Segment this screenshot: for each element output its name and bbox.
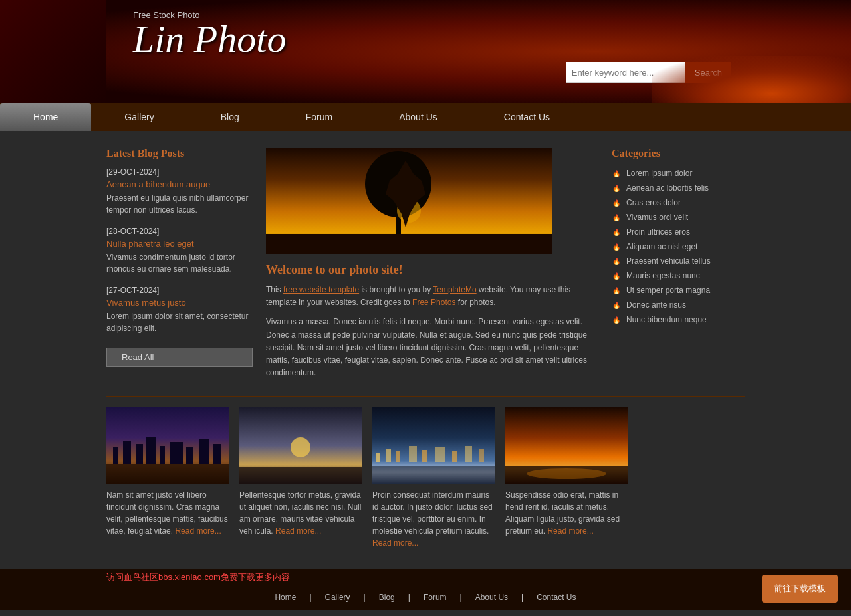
svg-rect-24 <box>422 450 427 462</box>
svg-rect-28 <box>479 449 484 462</box>
welcome-title: Welcome to our photo site! <box>266 263 598 277</box>
blog-sidebar: Latest Blog Posts [29-OCT-2024] Aenean a… <box>106 148 253 386</box>
flame-icon-11: 🔥 <box>612 315 621 324</box>
welcome-text: Vivamus a massa. Donec iaculis felis id … <box>266 316 598 379</box>
footer-home[interactable]: Home <box>275 593 296 602</box>
logo-title: Lin Photo <box>133 20 286 58</box>
flame-icon-7: 🔥 <box>612 257 621 266</box>
nav-contact[interactable]: Contact Us <box>471 103 583 131</box>
category-1-label: Lorem ipsum dolor <box>626 169 692 178</box>
gallery-photo-2 <box>239 407 362 484</box>
svg-point-3 <box>365 151 431 217</box>
welcome-intro: This free website template is brought to… <box>266 284 598 309</box>
category-9[interactable]: 🔥 Ut semper porta magna <box>612 286 745 295</box>
blog-heading: Latest Blog Posts <box>106 148 253 159</box>
gallery-readmore-2[interactable]: Read more... <box>275 526 321 536</box>
footer-contact[interactable]: Contact Us <box>537 593 576 602</box>
category-4-label: Vivamus orci velit <box>626 213 688 222</box>
footer-forum[interactable]: Forum <box>424 593 447 602</box>
logo-area: Free Stock Photo Lin Photo <box>133 10 286 58</box>
templatemo-link[interactable]: TemplateMo <box>433 285 476 294</box>
header: Free Stock Photo Lin Photo Search <box>0 0 851 103</box>
footer-links: Home | Gallery | Blog | Forum | About Us… <box>106 593 745 602</box>
flame-icon-3: 🔥 <box>612 198 621 207</box>
nav-home[interactable]: Home <box>0 103 91 131</box>
svg-rect-15 <box>213 444 221 464</box>
svg-rect-22 <box>396 451 400 462</box>
blog-post-2-title[interactable]: Nulla pharetra leo eget <box>106 239 194 249</box>
category-3-label: Cras eros dolor <box>626 198 681 207</box>
category-5-label: Proin ultrices eros <box>626 227 690 237</box>
categories-heading: Categories <box>612 148 745 159</box>
gallery-text-3: Proin consequat interdum mauris id aucto… <box>372 489 495 549</box>
svg-rect-14 <box>199 439 209 464</box>
category-11-label: Nunc bibendum neque <box>626 315 707 324</box>
category-4[interactable]: 🔥 Vivamus orci velit <box>612 213 745 222</box>
svg-rect-7 <box>113 447 118 464</box>
gallery-photo-4 <box>505 407 628 484</box>
nav-about[interactable]: About Us <box>366 103 471 131</box>
category-7[interactable]: 🔥 Praesent vehicula tellus <box>612 257 745 266</box>
blog-post-1-text: Praesent eu ligula quis nibh ullamcorper… <box>106 192 253 216</box>
gallery-item-4: Suspendisse odio erat, mattis in hend re… <box>505 407 628 549</box>
flame-icon-9: 🔥 <box>612 286 621 295</box>
svg-rect-18 <box>239 467 362 484</box>
footer-about[interactable]: About Us <box>475 593 508 602</box>
gallery-row: Nam sit amet justo vel libero tincidunt … <box>106 407 745 549</box>
category-1[interactable]: 🔥 Lorem ipsum dolor <box>612 169 745 178</box>
flame-icon-4: 🔥 <box>612 213 621 222</box>
gallery-readmore-1[interactable]: Read more... <box>175 526 221 536</box>
nav-gallery[interactable]: Gallery <box>91 103 187 131</box>
nav-forum[interactable]: Forum <box>273 103 366 131</box>
flame-icon-6: 🔥 <box>612 242 621 251</box>
blog-post-3-date: [27-OCT-2024] <box>106 286 253 295</box>
category-2-label: Aenean ac lobortis felis <box>626 183 709 193</box>
welcome-body: This free website template is brought to… <box>266 284 598 379</box>
footer-separator-1: | <box>309 593 311 602</box>
svg-rect-12 <box>170 442 183 464</box>
gallery-readmore-4[interactable]: Read more... <box>547 526 593 536</box>
blog-post-2: [28-OCT-2024] Nulla pharetra leo eget Vi… <box>106 227 253 275</box>
category-10[interactable]: 🔥 Donec ante risus <box>612 300 745 310</box>
main-wrapper: Latest Blog Posts [29-OCT-2024] Aenean a… <box>0 131 851 569</box>
category-11[interactable]: 🔥 Nunc bibendum neque <box>612 315 745 324</box>
blog-post-3-title[interactable]: Vivamus metus justo <box>106 298 186 308</box>
categories-sidebar: Categories 🔥 Lorem ipsum dolor 🔥 Aenean … <box>612 148 745 386</box>
footer-blog[interactable]: Blog <box>379 593 395 602</box>
blog-post-3: [27-OCT-2024] Vivamus metus justo Lorem … <box>106 286 253 334</box>
footer-separator-2: | <box>364 593 366 602</box>
blog-post-2-date: [28-OCT-2024] <box>106 227 253 236</box>
content-area: Latest Blog Posts [29-OCT-2024] Aenean a… <box>106 148 745 386</box>
flame-decoration-right <box>652 56 851 103</box>
flame-icon-2: 🔥 <box>612 183 621 193</box>
svg-rect-6 <box>106 464 229 484</box>
category-9-label: Ut semper porta magna <box>626 286 710 295</box>
gallery-readmore-3[interactable]: Read more... <box>372 538 418 548</box>
free-photos-link[interactable]: Free Photos <box>412 298 455 307</box>
navigation: Home Gallery Blog Forum About Us Contact… <box>0 103 851 131</box>
gallery-item-3: Proin consequat interdum mauris id aucto… <box>372 407 495 549</box>
category-2[interactable]: 🔥 Aenean ac lobortis felis <box>612 183 745 193</box>
gallery-photo-1 <box>106 407 229 484</box>
footer-gallery[interactable]: Gallery <box>325 593 350 602</box>
svg-rect-1 <box>266 234 552 254</box>
svg-rect-26 <box>452 451 457 462</box>
read-all-button[interactable]: Read All <box>106 348 253 367</box>
footer-separator-3: | <box>408 593 410 602</box>
category-3[interactable]: 🔥 Cras eros dolor <box>612 198 745 207</box>
svg-rect-21 <box>386 449 391 462</box>
template-link[interactable]: free website template <box>283 285 359 294</box>
svg-rect-27 <box>465 446 472 462</box>
svg-rect-13 <box>186 447 193 464</box>
footer: Home | Gallery | Blog | Forum | About Us… <box>0 585 851 610</box>
footer-separator-5: | <box>521 593 523 602</box>
download-button[interactable]: 前往下载模板 <box>762 575 838 603</box>
category-6[interactable]: 🔥 Aliquam ac nisl eget <box>612 242 745 251</box>
blog-post-1-title[interactable]: Aenean a bibendum augue <box>106 179 210 189</box>
category-8[interactable]: 🔥 Mauris egestas nunc <box>612 271 745 280</box>
nav-blog[interactable]: Blog <box>187 103 273 131</box>
category-5[interactable]: 🔥 Proin ultrices eros <box>612 227 745 237</box>
gallery-photo-3 <box>372 407 495 484</box>
flame-icon-8: 🔥 <box>612 271 621 280</box>
featured-image <box>266 148 552 254</box>
